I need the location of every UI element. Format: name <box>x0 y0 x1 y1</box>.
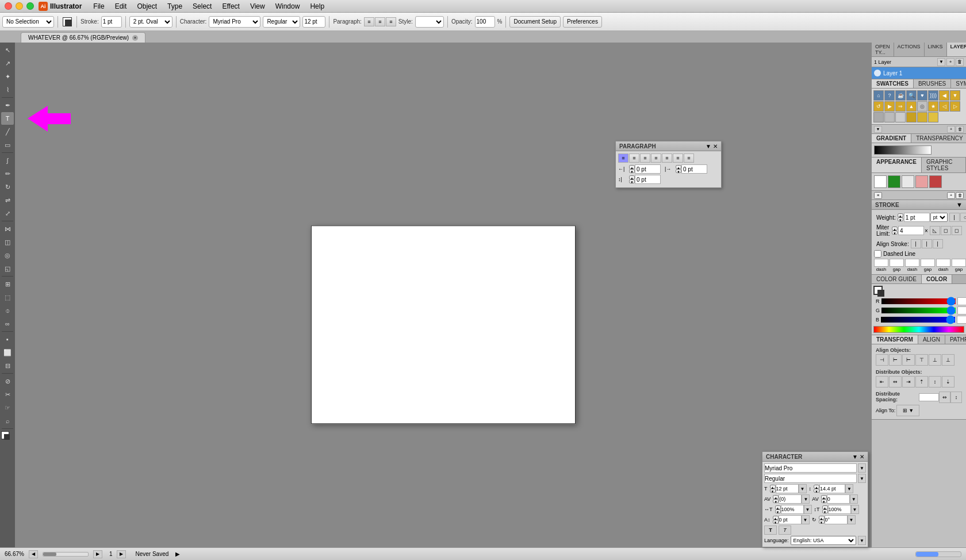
para-justify-left-btn[interactable]: ≡ <box>651 154 661 163</box>
direct-selection-tool[interactable]: ↗ <box>1 57 14 70</box>
miter-value-input[interactable] <box>898 226 924 235</box>
scale-tool[interactable]: ⤢ <box>1 207 14 220</box>
r-slider[interactable] <box>881 298 956 304</box>
appearance-item-white[interactable] <box>874 175 887 188</box>
vert-scale-up[interactable]: ▲ <box>822 505 828 509</box>
tab-appearance[interactable]: APPEARANCE <box>872 158 922 172</box>
align-center-btn[interactable]: | <box>911 239 921 248</box>
gradient-tool[interactable]: ⬚ <box>1 291 14 304</box>
blend-tool[interactable]: ∞ <box>1 317 14 330</box>
doc-tab-close[interactable]: × <box>132 35 138 41</box>
brush-selector[interactable]: 2 pt. Oval <box>129 16 172 28</box>
left-indent-input[interactable] <box>635 164 661 174</box>
stroke-weight-unit[interactable]: pt <box>930 213 948 222</box>
menu-select[interactable]: Select <box>188 1 216 11</box>
opacity-input[interactable] <box>475 16 495 28</box>
live-paint-tool[interactable]: ◱ <box>1 262 14 275</box>
character-panel-close[interactable]: ✕ <box>860 454 864 460</box>
appearance-menu-btn[interactable]: ≡ <box>874 192 882 199</box>
dist-bottom-btn[interactable]: ⇣ <box>942 376 954 388</box>
leading-up[interactable]: ▲ <box>814 485 819 489</box>
para-left-btn[interactable]: ≡ <box>618 154 628 163</box>
round-join-btn[interactable]: ◻ <box>941 226 951 235</box>
column-graph-tool[interactable]: ▪ <box>1 333 14 346</box>
menu-help[interactable]: Help <box>305 1 329 11</box>
tracking-up[interactable]: ▲ <box>821 495 827 499</box>
tab-color[interactable]: COLOR <box>922 275 952 283</box>
swatch-arrow-left[interactable]: ◀ <box>939 90 949 101</box>
dash3-input[interactable] <box>936 259 950 267</box>
lasso-tool[interactable]: ⌇ <box>1 83 14 96</box>
leading-down[interactable]: ▼ <box>814 489 819 493</box>
menu-window[interactable]: Window <box>271 1 305 11</box>
tab-color-guide[interactable]: COLOR GUIDE <box>872 275 922 283</box>
tool-stroke-swatch[interactable] <box>4 434 10 440</box>
paragraph-panel-collapse[interactable]: ▼ <box>706 143 711 149</box>
tt-btn-2[interactable]: T <box>779 526 791 535</box>
font-style-selector[interactable]: Regular <box>263 16 300 28</box>
tab-symbols[interactable]: SYMBOLS <box>951 79 966 88</box>
menu-edit[interactable]: Edit <box>110 1 132 11</box>
leading-input[interactable] <box>819 484 845 493</box>
align-v-center-btn[interactable]: ⊥ <box>929 354 941 366</box>
swatch-arrow-down[interactable]: ▼ <box>950 90 960 101</box>
horiz-scale-dropdown[interactable]: ▼ <box>804 505 812 514</box>
align-top-edge-btn[interactable]: ⊤ <box>915 354 928 366</box>
round-cap-btn[interactable]: ○ <box>960 213 966 222</box>
baseline-input[interactable] <box>779 515 802 524</box>
minimize-button[interactable] <box>16 2 23 10</box>
gap3-input[interactable] <box>952 259 966 267</box>
tracking-down[interactable]: ▼ <box>821 499 827 503</box>
para-align-right[interactable]: ≡ <box>386 17 396 26</box>
right-indent-down[interactable]: ▼ <box>676 169 681 173</box>
align-h-center-btn[interactable]: ⊢ <box>889 354 902 366</box>
layers-menu-btn[interactable]: ▼ <box>937 58 945 66</box>
b-value-input[interactable]: 255 <box>957 316 966 324</box>
baseline-down[interactable]: ▼ <box>773 520 779 524</box>
preferences-button[interactable]: Preferences <box>563 16 602 28</box>
tab-transform[interactable]: TRANSFORM <box>872 335 918 344</box>
zoom-slider[interactable] <box>43 552 89 557</box>
scissors-tool[interactable]: ✂ <box>1 388 14 401</box>
dist-spacing-h-btn[interactable]: ⇔ <box>939 392 950 403</box>
para-justify-all-btn[interactable]: ≡ <box>684 154 694 163</box>
zoom-tool[interactable]: ⌕ <box>1 415 14 427</box>
reflect-tool[interactable]: ⇌ <box>1 194 14 206</box>
r-value-input[interactable]: 255 <box>957 297 967 305</box>
swatch-rss[interactable]: )))) <box>928 90 938 101</box>
menu-type[interactable]: Type <box>163 1 187 11</box>
swatch-rotate[interactable]: ↺ <box>873 101 884 112</box>
new-swatch-btn[interactable]: + <box>947 126 955 133</box>
appearance-item-pink[interactable] <box>915 175 928 188</box>
gap2-input[interactable] <box>921 259 935 267</box>
swatch-arrow-right[interactable]: ▶ <box>884 101 895 112</box>
align-inside-btn[interactable]: | <box>922 239 932 248</box>
tab-graphic-styles[interactable]: GRAPHIC STYLES <box>922 158 966 172</box>
eyedropper-tool[interactable]: ⌽ <box>1 304 14 317</box>
swatch-menu-btn[interactable]: ▼ <box>874 126 882 133</box>
dist-left-btn[interactable]: ⇤ <box>876 376 888 388</box>
magic-wand-tool[interactable]: ✦ <box>1 70 14 83</box>
selection-tool[interactable]: ↖ <box>1 44 14 56</box>
dist-v-center-btn[interactable]: ↕ <box>929 376 941 388</box>
bevel-join-btn[interactable]: ◻ <box>952 226 962 235</box>
free-transform-tool[interactable]: ◫ <box>1 236 14 248</box>
next-artboard-btn[interactable]: ▶ <box>117 550 126 558</box>
canvas-area[interactable] <box>15 43 871 547</box>
para-justify-right-btn[interactable]: ≡ <box>673 154 683 163</box>
swatch-arrow-outline[interactable]: ⇒ <box>895 101 906 112</box>
rotation-input[interactable] <box>825 515 848 524</box>
layer-item[interactable]: Layer 1 <box>872 67 966 79</box>
char-font-family-input[interactable]: Myriad Pro <box>764 463 857 473</box>
align-outside-btn[interactable]: | <box>933 239 943 248</box>
left-indent-down[interactable]: ▼ <box>629 169 635 173</box>
delete-appearance-btn[interactable]: 🗑 <box>956 192 964 199</box>
zoom-in-btn[interactable]: ▶ <box>93 550 102 558</box>
rectangle-tool[interactable]: ▭ <box>1 139 14 151</box>
tab-swatches[interactable]: SWATCHES <box>872 79 914 88</box>
rotation-up[interactable]: ▲ <box>819 516 825 520</box>
font-size-input[interactable] <box>302 16 325 28</box>
style-selector[interactable] <box>415 16 444 28</box>
language-selector[interactable]: English: USA <box>791 536 856 545</box>
font-family-selector[interactable]: Myriad Pro <box>209 16 260 28</box>
